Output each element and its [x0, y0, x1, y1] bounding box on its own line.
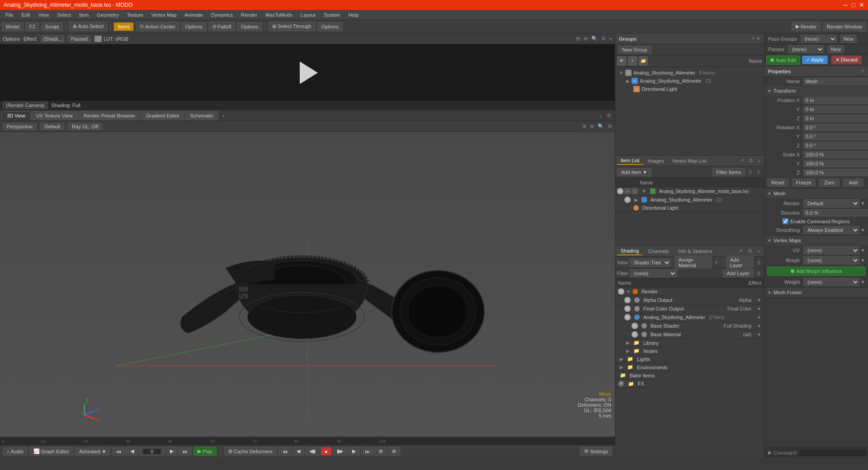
pb-btn2[interactable]: ◀	[292, 447, 304, 456]
base-shader-eye-icon[interactable]: 👁	[632, 323, 638, 329]
group-subitem-light[interactable]: L Directional Light	[617, 85, 762, 93]
passes-select[interactable]: (none)	[788, 45, 824, 53]
filter-items-btn[interactable]: Filter Items	[712, 168, 745, 176]
close-btn[interactable]: ✕	[859, 1, 864, 9]
frame-input-btn[interactable]	[139, 447, 165, 456]
alpha-effect-dropdown[interactable]: ▼	[757, 298, 761, 303]
add-layer-btn2[interactable]: Add Layer	[723, 269, 754, 277]
cache-deformers-btn[interactable]: ⊞ Cache Deformers	[224, 447, 277, 456]
analog-dropdown[interactable]: ▼	[757, 315, 761, 320]
falloff-btn[interactable]: ⊘ Falloff	[208, 22, 236, 31]
base-shader-dropdown[interactable]: ▼	[757, 324, 761, 329]
frame-input[interactable]	[143, 449, 161, 454]
shader-analog-group[interactable]: 👁 Analog_Skydiving_Altimeter (2 Item) ▼	[615, 313, 764, 322]
pos-x-input[interactable]	[803, 97, 868, 104]
tab-item-list[interactable]: Item List	[617, 157, 643, 165]
base-mat-dropdown[interactable]: ▼	[757, 332, 761, 337]
menu-vertex-map[interactable]: Vertex Map	[148, 11, 180, 19]
smoothing-select[interactable]: Always Enabled	[803, 226, 859, 234]
vis-icon3[interactable]: □	[632, 188, 638, 194]
freeze-btn[interactable]: Freeze	[792, 179, 816, 187]
command-input[interactable]	[798, 449, 867, 457]
menu-edit[interactable]: Edit	[18, 11, 34, 19]
groups-add-btn[interactable]: +	[628, 56, 637, 66]
mesh-fusion-header[interactable]: ▼ Mesh Fusion	[764, 287, 868, 297]
base-mat-eye-icon[interactable]: 👁	[632, 331, 638, 338]
item-s-btn[interactable]: S	[747, 169, 754, 176]
graph-editor-btn[interactable]: 📈 Graph Editor	[29, 447, 73, 456]
vp-icon-1[interactable]: ⊞	[582, 123, 586, 129]
shading-expand-icon[interactable]: ↗	[736, 248, 744, 254]
alpha-eye-icon[interactable]: 👁	[624, 297, 631, 303]
final-eye-icon[interactable]: 👁	[624, 306, 631, 312]
pb-btn8[interactable]: ⊞	[375, 447, 387, 456]
select-options-btn[interactable]: Options	[317, 22, 343, 31]
viewport-3d-canvas[interactable]: Y X Z Mesh Channels: 0 Deformers: ON GL:…	[0, 132, 615, 437]
add-item-btn[interactable]: Add Item ▼	[617, 168, 651, 176]
auto-add-btn[interactable]: Auto Add	[766, 56, 800, 65]
fx-eye-icon[interactable]: 👁	[618, 381, 624, 387]
view-default-btn[interactable]: Default	[40, 123, 64, 130]
menu-animate[interactable]: Animate	[181, 11, 206, 19]
filter-select[interactable]: (none)	[630, 269, 677, 277]
props-expand-icon[interactable]: ↗	[860, 68, 864, 74]
shader-fx[interactable]: 👁 📁 FX	[615, 380, 764, 388]
menu-render[interactable]: Render	[237, 11, 261, 19]
item-expand-icon[interactable]: ↗	[738, 158, 746, 164]
f2-btn[interactable]: F2	[25, 22, 39, 31]
vis-eye-icon[interactable]: 👁	[617, 188, 623, 194]
preview-content[interactable]	[0, 44, 615, 101]
viewport-settings-btn[interactable]: ⚙	[605, 113, 613, 118]
group-item-analog[interactable]: ▼ G Analog_Skydiving_Altimeter 9 Items	[617, 69, 762, 77]
groups-folder-btn[interactable]: 📁	[639, 56, 648, 66]
vp-icon-2[interactable]: ⊕	[590, 123, 594, 129]
paused-btn[interactable]: Paused	[68, 35, 91, 42]
pb-btn4[interactable]: ●	[321, 447, 332, 456]
item-f-btn[interactable]: F	[755, 169, 762, 176]
pb-btn1[interactable]: ⏮	[278, 447, 292, 456]
new-passes-btn[interactable]: New	[828, 45, 844, 53]
pb-btn7[interactable]: ⏭	[361, 447, 374, 456]
scale-z-input[interactable]	[803, 169, 868, 176]
groups-expand-icon[interactable]: ↗	[750, 36, 755, 42]
zero-btn[interactable]: Zero	[819, 179, 840, 187]
weight-select[interactable]: (none)	[803, 278, 859, 286]
audio-btn[interactable]: ♪ Audio	[3, 447, 28, 456]
sculpt-btn[interactable]: Sculpt	[41, 22, 63, 31]
rot-z-input[interactable]	[803, 142, 868, 149]
transport-prev-btn[interactable]: ◀	[126, 447, 138, 456]
menu-maxtomodo[interactable]: MaxToModo	[262, 11, 296, 19]
final-effect-dropdown[interactable]: ▼	[757, 306, 761, 311]
menu-layout[interactable]: Layout	[297, 11, 319, 19]
item-row-mesh[interactable]: 👁 ▶ Analog_Skydiving_Altimeter (2)	[615, 196, 764, 204]
scale-x-input[interactable]	[803, 151, 868, 158]
effect-value[interactable]: (Shadi...	[41, 35, 64, 42]
pb-btn9[interactable]: ⊕	[388, 447, 400, 456]
mesh-eye-icon[interactable]: 👁	[624, 197, 631, 203]
apply-btn[interactable]: ✓ Apply	[802, 56, 828, 64]
weight-dropdown-icon[interactable]: ▼	[859, 279, 865, 285]
pb-btn6[interactable]: ▶	[348, 447, 360, 456]
shader-alpha-output[interactable]: 👁 Alpha Output Alpha ▼	[615, 296, 764, 305]
menu-geometry[interactable]: Geometry	[93, 11, 122, 19]
shading-add-icon[interactable]: +	[756, 249, 762, 254]
preview-icon-4[interactable]: ⚙	[601, 36, 606, 42]
shader-lights[interactable]: ▶ 📁 Lights	[615, 355, 764, 363]
items-btn[interactable]: Items	[113, 22, 134, 31]
analog-eye-icon[interactable]: 👁	[624, 314, 631, 320]
maximize-btn[interactable]: □	[852, 1, 855, 9]
tab-channels[interactable]: Channels	[644, 248, 672, 255]
model-btn[interactable]: Model	[2, 22, 24, 31]
ray-gl-btn[interactable]: Ray GL: Off	[68, 123, 102, 130]
pass-groups-select[interactable]: (none)	[801, 35, 837, 43]
rot-y-input[interactable]	[803, 133, 868, 140]
rot-x-input[interactable]	[803, 124, 868, 131]
menu-dynamics[interactable]: Dynamics	[208, 11, 236, 19]
select-through-btn[interactable]: ⊞ Select Through	[268, 22, 315, 31]
viewport-collapse-btn[interactable]: ↕	[598, 113, 604, 118]
pos-z-input[interactable]	[803, 115, 868, 122]
add-transform-btn[interactable]: Add	[843, 179, 863, 187]
assign-material-btn[interactable]: Assign Material	[675, 256, 712, 269]
shader-tree-select[interactable]: Shader Tree	[630, 258, 671, 267]
menu-help[interactable]: Help	[345, 11, 363, 19]
